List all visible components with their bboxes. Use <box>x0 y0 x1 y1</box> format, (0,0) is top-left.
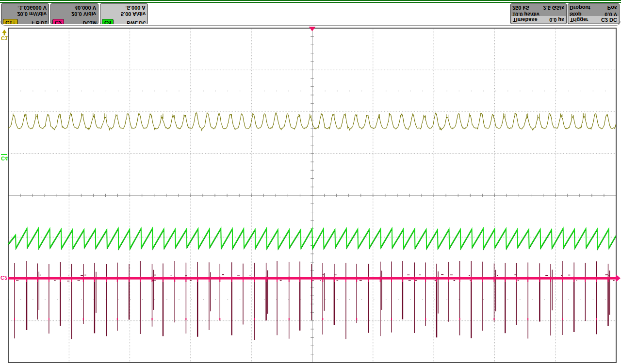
c4-edge-label: C4 <box>1 156 8 161</box>
c2-edge-label: C2 <box>0 275 8 280</box>
trigger-level-marker-icon <box>616 274 621 282</box>
c1-edge-label: C1 <box>1 35 8 41</box>
trace-c4-sawtooth <box>8 228 616 249</box>
trace-c2-spikes <box>15 261 615 340</box>
trace-c2-baseline <box>8 277 616 280</box>
waveform-grid <box>0 0 621 364</box>
oscilloscope-screen: -1.036000 V 20.0 mV/div C1↑ F B D1 40.00… <box>0 0 621 364</box>
c1-offscreen-arrow-icon <box>2 30 6 35</box>
c4-zero-level-tick <box>1 154 7 155</box>
trigger-time-marker-icon <box>309 27 316 32</box>
